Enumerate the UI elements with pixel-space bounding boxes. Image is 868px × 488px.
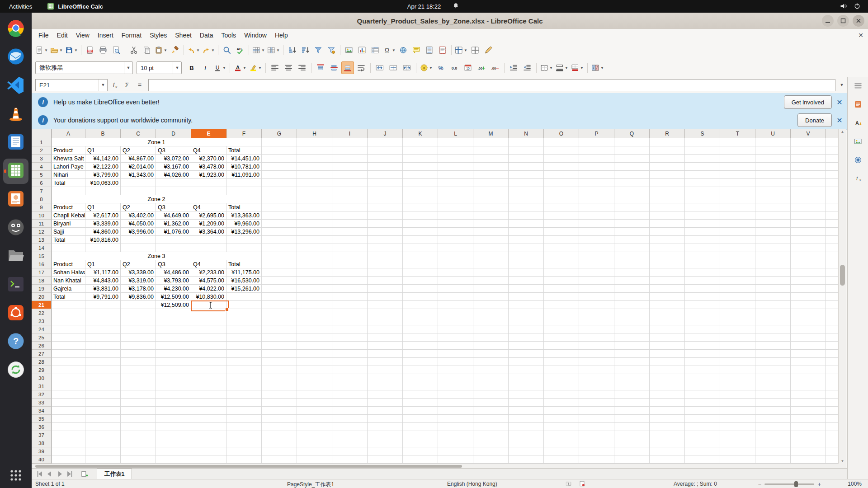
cell[interactable] [579, 277, 614, 285]
cell[interactable] [685, 382, 720, 390]
cell[interactable] [791, 382, 826, 390]
cell[interactable] [755, 171, 791, 179]
sort-ascending-button[interactable] [286, 44, 298, 56]
cell[interactable] [438, 203, 473, 211]
cell[interactable]: Lahori Paye [52, 163, 85, 171]
cell[interactable] [262, 415, 297, 423]
cell[interactable] [297, 382, 332, 390]
cell[interactable] [52, 407, 85, 415]
cell[interactable] [755, 439, 791, 447]
cell[interactable]: Zone 1 [52, 138, 262, 146]
cell[interactable] [685, 431, 720, 439]
cell[interactable] [755, 228, 791, 236]
cell[interactable] [614, 236, 650, 244]
cell[interactable] [579, 228, 614, 236]
sidebar-settings-icon[interactable] [852, 80, 864, 92]
column-header-F[interactable]: F [226, 129, 262, 138]
cell[interactable] [262, 211, 297, 220]
cell[interactable] [720, 236, 755, 244]
cell[interactable] [544, 325, 579, 333]
average-sum-status[interactable]: Average: ; Sum: 0 [674, 481, 717, 487]
cell[interactable]: ¥11,175.00 [226, 268, 262, 277]
cell[interactable] [579, 155, 614, 163]
name-box[interactable]: E21 ▼ [35, 79, 108, 91]
cell[interactable] [720, 277, 755, 285]
cell[interactable] [544, 342, 579, 350]
cell[interactable] [121, 407, 156, 415]
cell[interactable] [262, 228, 297, 236]
cell[interactable] [191, 439, 226, 447]
cell[interactable] [368, 431, 403, 439]
minimize-button[interactable] [822, 15, 834, 27]
cell[interactable] [297, 407, 332, 415]
cell[interactable] [438, 382, 473, 390]
cell[interactable] [156, 439, 191, 447]
row-header-39[interactable]: 39 [32, 447, 52, 455]
horizontal-scrollbar-thumb[interactable] [35, 465, 462, 468]
cell[interactable] [156, 399, 191, 407]
cell[interactable] [509, 187, 544, 195]
cell[interactable] [755, 211, 791, 220]
cell[interactable] [826, 317, 838, 325]
cell[interactable] [403, 358, 438, 366]
cell[interactable] [368, 155, 403, 163]
scroll-up-icon[interactable]: ▲ [839, 130, 846, 134]
cell[interactable] [720, 309, 755, 317]
cell[interactable] [791, 236, 826, 244]
cell[interactable] [685, 415, 720, 423]
cell[interactable]: ¥1,076.00 [156, 228, 191, 236]
cell[interactable] [332, 211, 368, 220]
cell[interactable] [473, 179, 509, 187]
cell[interactable] [614, 390, 650, 399]
cell[interactable] [579, 236, 614, 244]
cell[interactable] [755, 447, 791, 455]
cell[interactable] [544, 423, 579, 431]
cell[interactable] [685, 260, 720, 268]
cell[interactable] [121, 236, 156, 244]
cell[interactable] [685, 146, 720, 155]
cell[interactable] [368, 350, 403, 358]
cell[interactable] [226, 455, 262, 464]
cell[interactable] [826, 415, 838, 423]
cell[interactable] [262, 260, 297, 268]
cell[interactable] [720, 138, 755, 146]
cell[interactable] [403, 211, 438, 220]
cell[interactable] [52, 374, 85, 382]
cell[interactable] [614, 155, 650, 163]
sheet-tab[interactable]: 工作表1 [97, 469, 132, 479]
cell[interactable] [368, 447, 403, 455]
cell[interactable] [438, 407, 473, 415]
cell[interactable] [191, 390, 226, 399]
cell[interactable] [368, 374, 403, 382]
cell[interactable] [544, 236, 579, 244]
cell[interactable] [579, 382, 614, 390]
cell[interactable] [368, 187, 403, 195]
cell[interactable] [509, 431, 544, 439]
cell[interactable] [650, 455, 685, 464]
cell[interactable] [156, 374, 191, 382]
menu-window[interactable]: Window [240, 29, 271, 42]
cell[interactable] [85, 374, 121, 382]
cell[interactable] [332, 342, 368, 350]
cell[interactable] [403, 187, 438, 195]
cell[interactable] [473, 146, 509, 155]
cell[interactable]: ¥4,050.00 [121, 220, 156, 228]
cell[interactable] [826, 277, 838, 285]
cell[interactable] [403, 374, 438, 382]
cell[interactable] [332, 155, 368, 163]
cell[interactable] [579, 325, 614, 333]
cell[interactable] [262, 333, 297, 342]
insert-column-button[interactable]: ▼ [266, 44, 281, 56]
cell[interactable] [438, 366, 473, 374]
cell[interactable] [614, 268, 650, 277]
cell[interactable] [826, 423, 838, 431]
cell[interactable] [544, 317, 579, 325]
font-color-button[interactable]: A▼ [233, 61, 247, 74]
cell[interactable] [755, 138, 791, 146]
cell[interactable]: ¥13,296.00 [226, 228, 262, 236]
cell[interactable] [52, 317, 85, 325]
cell[interactable] [826, 155, 838, 163]
print-area-button[interactable] [436, 44, 449, 56]
cell[interactable] [438, 317, 473, 325]
cell[interactable]: Total [52, 293, 85, 301]
